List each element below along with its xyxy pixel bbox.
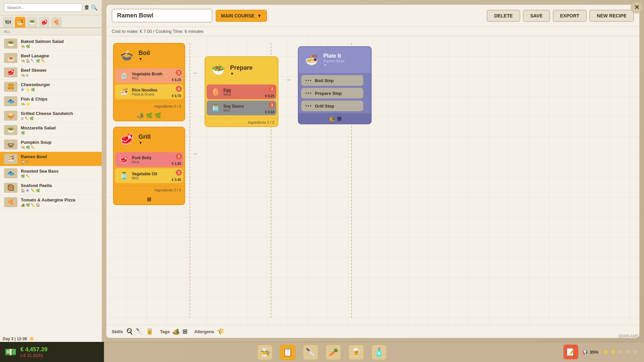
grill-step-node[interactable]: ••• Grill Step bbox=[301, 101, 363, 111]
ingredient-count: 3 bbox=[269, 86, 275, 92]
ingredient-pork-belly[interactable]: 🥩 Pork Belly Meat 3 € 1.85 bbox=[115, 152, 183, 167]
category-select[interactable]: MAIN COURSE ▼ bbox=[216, 10, 267, 22]
tab-other2[interactable]: 🥩 bbox=[39, 17, 50, 27]
plate-step-title: Plate It bbox=[323, 53, 344, 59]
recipe-name: Seafood Paella bbox=[21, 183, 98, 188]
bottom-toolbar: Skills 🍳 🔪 🥫 Tags 🏕️ ⊞ Allergens 🌾 bbox=[106, 325, 639, 338]
ingredient-name: Rice Noodles bbox=[132, 88, 180, 93]
star-4: ★ bbox=[625, 348, 631, 356]
ingredient-vegetable-broth[interactable]: 🍵 Vegetable Broth Misc 3 € 0.25 bbox=[115, 68, 183, 83]
star-1: ★ bbox=[602, 348, 609, 356]
grill-step-footer-icons: ⊞ bbox=[114, 194, 184, 204]
tab-other3[interactable]: 🍕 bbox=[51, 17, 62, 27]
tags-icon-1: 🏕️ bbox=[172, 328, 180, 335]
skills-section: Skills 🍳 🔪 🥫 bbox=[112, 328, 153, 335]
boil-step-card[interactable]: 🍲 Boil ▼ 🍵 Vegetable Broth Misc 3 bbox=[113, 43, 185, 121]
arrow-to-prepare: → bbox=[192, 70, 198, 77]
recipe-item-mozzarella-salad[interactable]: 🥗 Mozzarella Salad 🌿 bbox=[0, 123, 102, 137]
ingredient-price: € 0.25 bbox=[172, 78, 181, 82]
star-2: ★ bbox=[610, 348, 616, 356]
ingredient-soy-sauce[interactable]: 🫙 Soy Sauce Misc 3 € 0.50 bbox=[207, 101, 276, 115]
recipe-name: Beef Lasagne bbox=[21, 53, 98, 58]
recipe-name: Cheeseburger bbox=[21, 82, 98, 87]
soy-sauce-icon: 🫙 bbox=[210, 103, 221, 113]
ingredient-vegetable-oil[interactable]: 🫙 Vegetable Oil Misc 3 € 3.40 bbox=[115, 168, 183, 183]
recipe-item-ramen-bowl[interactable]: 🍜 Ramen Bowl 🏠 ⊞ bbox=[0, 152, 102, 166]
boil-step-footer: Ingredients 2 / 5 bbox=[114, 102, 184, 110]
prepare-step-arrow: ▼ bbox=[230, 71, 253, 76]
clear-icon[interactable]: 🗑 bbox=[84, 4, 90, 11]
recipe-header: MAIN COURSE ▼ DELETE SAVE EXPORT NEW REC… bbox=[106, 5, 639, 27]
sidebar-search-area: 🗑 🔍 bbox=[0, 0, 102, 15]
arrows-col1: → → bbox=[192, 43, 198, 158]
recipe-item-grilled-cheese[interactable]: 🥪 Grilled Cheese Sandwich ⊞ ✏️ 🌿 bbox=[0, 109, 102, 123]
grill-step-header: 🥩 Grill ▼ bbox=[114, 127, 184, 151]
recipe-name: Baked Salmon Salad bbox=[21, 39, 98, 44]
taskbar-knife[interactable]: 🔪 bbox=[303, 344, 319, 360]
ingredient-price: € 0.25 bbox=[265, 94, 274, 98]
close-button[interactable]: ✕ bbox=[631, 1, 643, 13]
recipe-name: Tomato & Aubergine Pizza bbox=[21, 197, 98, 202]
recipe-item-seafood-paella[interactable]: 🥘 Seafood Paella 🏠 ⚗️ ✏️ 🌿 bbox=[0, 181, 102, 195]
ingredient-name: Egg bbox=[223, 88, 273, 93]
recipe-item-fish-chips[interactable]: 🐟 Fish & Chips 👨‍🍳 ⭐ bbox=[0, 94, 102, 109]
sun-icon: ☀️ bbox=[29, 337, 34, 341]
recipe-title-input[interactable] bbox=[112, 9, 212, 22]
money-bar: 💵 € 4,457.39 (-€ 31.92/h) bbox=[0, 342, 104, 362]
prepare-step-node[interactable]: ••• Prepare Step bbox=[301, 88, 363, 99]
recipe-list: 🥗 Baked Salmon Salad 👨‍🍳 🌿 🍝 Beef Lasagn… bbox=[0, 35, 102, 362]
tab-active[interactable]: 🍜 bbox=[15, 17, 25, 27]
tab-other[interactable]: 🥗 bbox=[27, 17, 38, 27]
recipe-item-cheeseburger[interactable]: 🍔 Cheeseburger ⚗️ ⭐ 🌿 bbox=[0, 80, 102, 94]
taskbar-bottle[interactable]: 🧴 bbox=[371, 344, 387, 360]
recipe-item-roasted-sea-bass[interactable]: 🐟 Roasted Sea Bass 🌿 ✏️ bbox=[0, 166, 102, 181]
tags-icon-2: ⊞ bbox=[182, 328, 187, 335]
recipe-item-tomato-pizza[interactable]: 🍕 Tomato & Aubergine Pizza 🏕️ 🌿 ✏️ 🏠 bbox=[0, 195, 102, 209]
new-recipe-button[interactable]: NEW RECIPE bbox=[589, 10, 634, 22]
ingredient-rice-noodles[interactable]: 🍜 Rice Noodles Pasta & Grains 4 € 0.75 bbox=[115, 84, 183, 99]
plate-step-icon: 🍜 bbox=[303, 52, 320, 68]
recipe-name: Ramen Bowl bbox=[21, 154, 98, 159]
boil-step-title: Boil bbox=[139, 50, 150, 57]
taskbar-chef[interactable]: 👨‍🍳 bbox=[257, 344, 273, 360]
taskbar-carrot[interactable]: 🥕 bbox=[325, 344, 341, 360]
export-button[interactable]: EXPORT bbox=[553, 10, 587, 22]
sidebar-filter-label: ALL bbox=[0, 28, 102, 35]
tab-all[interactable]: 🍽 bbox=[3, 17, 13, 27]
recipe-canvas: 🍲 Boil ▼ 🍵 Vegetable Broth Misc 3 bbox=[106, 36, 639, 325]
cooking-steps-column: 🍲 Boil ▼ 🍵 Vegetable Broth Misc 3 bbox=[113, 43, 185, 205]
volume-value: 35% bbox=[590, 350, 598, 355]
prepare-step-header: 🥗 Prepare ▼ bbox=[205, 57, 278, 83]
taskbar-beer[interactable]: 🍺 bbox=[348, 344, 364, 360]
boil-step-node[interactable]: ••• Boil Step bbox=[301, 75, 363, 86]
prepare-step-title: Prepare bbox=[230, 64, 253, 71]
skills-icon-2: 🔪 bbox=[136, 328, 143, 335]
recipe-item-pumpkin-soup[interactable]: 🍲 Pumpkin Soup 👨‍🍳 🌿 ✏️ bbox=[0, 137, 102, 152]
recipe-name: Pumpkin Soup bbox=[21, 140, 98, 145]
search-icon[interactable]: 🔍 bbox=[91, 4, 98, 11]
delete-button[interactable]: DELETE bbox=[487, 10, 520, 22]
grill-step-card[interactable]: 🥩 Grill ▼ 🥩 Pork Belly Meat 3 bbox=[113, 127, 185, 205]
recipe-item-baked-salmon-salad[interactable]: 🥗 Baked Salmon Salad 👨‍🍳 🌿 bbox=[0, 37, 102, 51]
search-input[interactable] bbox=[4, 3, 82, 12]
plate-step-card[interactable]: 🍜 Plate It Ramen Bowl ▼ ••• Boil Step bbox=[298, 46, 372, 124]
prepare-step-footer: Ingredients 2 / 5 bbox=[205, 118, 278, 126]
campfire-icon: 🏕️ bbox=[137, 112, 144, 119]
boil-step-node-label: Boil Step bbox=[315, 78, 334, 83]
recipe-item-beef-skewer[interactable]: 🥩 Beef Skewer 👨‍🍳 ⊞ bbox=[0, 65, 102, 80]
money-icon: 💵 bbox=[5, 347, 16, 358]
taskbar-menu[interactable]: 📋 bbox=[280, 344, 296, 360]
save-button[interactable]: SAVE bbox=[523, 10, 550, 22]
tags-section: Tags 🏕️ ⊞ bbox=[160, 328, 187, 335]
recipe-name: Mozzarella Salad bbox=[21, 125, 98, 130]
notification-button[interactable]: 📝 bbox=[564, 345, 578, 359]
recipe-tags: 👨‍🍳 🌿 bbox=[21, 45, 98, 48]
skills-icon-1: 🍳 bbox=[126, 328, 133, 335]
prepare-step-card[interactable]: 🥗 Prepare ▼ 🥚 Egg Meat 3 bbox=[205, 56, 278, 127]
leaf2-icon: 🌿 bbox=[155, 112, 161, 119]
recipe-item-beef-lasagne[interactable]: 🍝 Beef Lasagne 👨‍🍳 🏠 🔪 🌿 ✏️ bbox=[0, 51, 102, 65]
ingredient-egg[interactable]: 🥚 Egg Meat 3 € 0.25 bbox=[207, 84, 276, 99]
header-buttons: DELETE SAVE EXPORT NEW RECIPE bbox=[487, 10, 634, 22]
category-label: MAIN COURSE bbox=[221, 13, 255, 18]
volume-icon: 📢 bbox=[582, 350, 588, 355]
